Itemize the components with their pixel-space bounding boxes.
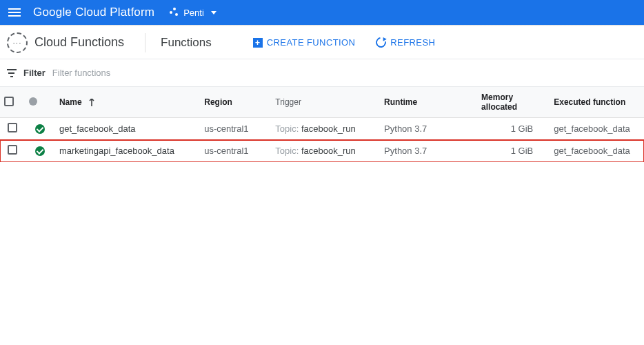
sub-title: Functions [161,36,212,50]
refresh-label: REFRESH [390,37,435,48]
refresh-button[interactable]: REFRESH [376,37,435,48]
select-all-checkbox[interactable] [4,97,14,106]
cloud-functions-icon: ··· [7,32,28,53]
project-picker[interactable]: Penti [170,8,217,18]
sort-asc-icon [88,97,95,107]
cell-runtime: Python 3.7 [380,118,477,140]
row-checkbox[interactable] [8,145,17,155]
cell-memory: 1 GiB [477,118,550,140]
cell-trigger: Topic: facebook_run [271,118,380,140]
cell-executed: get_facebook_data [550,140,644,162]
cell-region: us-central1 [200,118,271,140]
col-executed[interactable]: Executed function [550,87,644,118]
col-trigger[interactable]: Trigger [271,87,380,118]
table-header-row: Name Region Trigger Runtime Memory alloc… [0,87,644,118]
page-title: Cloud Functions [34,35,124,50]
col-runtime[interactable]: Runtime [380,87,477,118]
cell-memory: 1 GiB [477,140,550,162]
chevron-down-icon [211,11,217,14]
table-row[interactable]: get_facebook_dataus-central1Topic: faceb… [0,118,644,140]
status-ok-icon [35,124,45,134]
cell-region: us-central1 [200,140,271,162]
cell-executed: get_facebook_data [550,118,644,140]
create-function-label: CREATE FUNCTION [267,37,356,48]
col-region[interactable]: Region [200,87,271,118]
col-memory[interactable]: Memory allocated [477,87,550,118]
status-header-icon [29,97,37,106]
divider [145,33,145,52]
plus-icon: + [253,38,263,48]
cell-runtime: Python 3.7 [380,140,477,162]
cell-trigger: Topic: facebook_run [271,140,380,162]
row-checkbox[interactable] [8,123,17,132]
menu-icon[interactable] [8,6,22,19]
filter-bar: Filter [0,59,644,87]
filter-icon[interactable] [7,69,17,77]
project-name: Penti [183,8,204,18]
create-function-button[interactable]: + CREATE FUNCTION [253,37,356,48]
top-bar: Google Cloud Platform Penti [0,0,644,25]
project-icon [170,8,179,17]
functions-table: Name Region Trigger Runtime Memory alloc… [0,87,644,162]
cell-name: marketingapi_facebook_data [55,140,200,162]
refresh-icon [374,35,388,50]
filter-label: Filter [23,68,46,78]
title-bar: ··· Cloud Functions Functions + CREATE F… [0,26,644,59]
table-row[interactable]: marketingapi_facebook_dataus-central1Top… [0,140,644,162]
status-ok-icon [35,146,45,156]
cell-name: get_facebook_data [55,118,200,140]
brand-title: Google Cloud Platform [33,6,154,19]
filter-input[interactable] [52,68,637,78]
col-name[interactable]: Name [55,87,200,118]
